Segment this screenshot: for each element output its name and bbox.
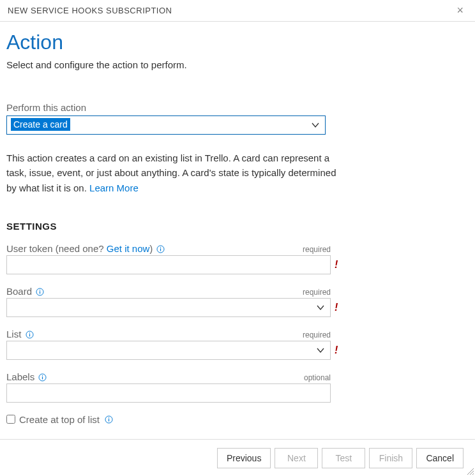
create-at-top-checkbox[interactable] [6,415,15,424]
settings-heading: SETTINGS [6,221,469,232]
action-label: Perform this action [6,102,469,113]
labels-row: Labels optional [6,371,345,403]
user-token-row: User token (need one? Get it now) requir… [6,243,345,274]
list-select[interactable] [6,341,331,360]
svg-rect-11 [42,375,43,376]
svg-rect-1 [160,249,161,251]
create-at-top-row: Create at top of list [6,414,469,425]
action-description: This action creates a card on an existin… [6,151,338,195]
board-select[interactable] [6,298,331,317]
user-token-requirement: required [303,245,331,254]
info-icon[interactable] [36,288,44,296]
labels-input[interactable] [6,383,331,403]
next-button[interactable]: Next [275,448,318,468]
action-select-value: Create a card [11,118,70,131]
page-title: Action [6,31,469,54]
test-button[interactable]: Test [322,448,365,468]
chevron-down-icon [316,346,325,355]
svg-rect-7 [29,334,29,337]
svg-rect-4 [40,292,40,294]
svg-rect-8 [29,332,29,333]
chevron-down-icon [311,121,320,130]
info-icon[interactable] [38,373,47,382]
board-requirement: required [303,288,331,297]
previous-button[interactable]: Previous [217,448,271,468]
svg-rect-13 [109,419,109,421]
user-token-input[interactable] [6,255,331,274]
info-icon[interactable] [105,415,113,424]
learn-more-link[interactable]: Learn More [89,182,139,193]
create-at-top-label[interactable]: Create at top of list [19,414,100,425]
info-icon[interactable] [156,245,165,253]
chevron-down-icon [316,303,325,312]
svg-rect-10 [42,377,43,380]
finish-button[interactable]: Finish [369,448,412,468]
error-icon: ! [335,259,338,271]
board-row: Board required ! [6,286,345,317]
list-label: List [6,329,34,339]
get-token-link[interactable]: Get it now [107,243,150,254]
content-pane[interactable]: Action Select and configure the action t… [0,19,475,439]
list-requirement: required [303,331,331,339]
dialog-footer: Previous Next Test Finish Cancel [0,439,475,476]
close-icon[interactable]: × [453,4,467,17]
user-token-label: User token (need one? Get it now) [6,243,165,254]
svg-rect-14 [109,417,109,418]
board-label: Board [6,286,44,297]
dialog-title: NEW SERVICE HOOKS SUBSCRIPTION [8,6,172,15]
labels-requirement: optional [304,373,331,382]
svg-rect-2 [160,247,161,248]
action-description-text: This action creates a card on an existin… [6,152,336,193]
list-row: List required ! [6,329,345,360]
labels-label: Labels [6,371,47,382]
error-icon: ! [335,345,338,356]
page-subtitle: Select and configure the action to perfo… [6,59,469,70]
cancel-button[interactable]: Cancel [416,448,464,468]
action-select[interactable]: Create a card [6,115,326,135]
dialog-header: NEW SERVICE HOOKS SUBSCRIPTION × [0,0,475,22]
error-icon: ! [335,302,338,313]
svg-rect-5 [40,290,40,290]
info-icon[interactable] [26,331,34,339]
